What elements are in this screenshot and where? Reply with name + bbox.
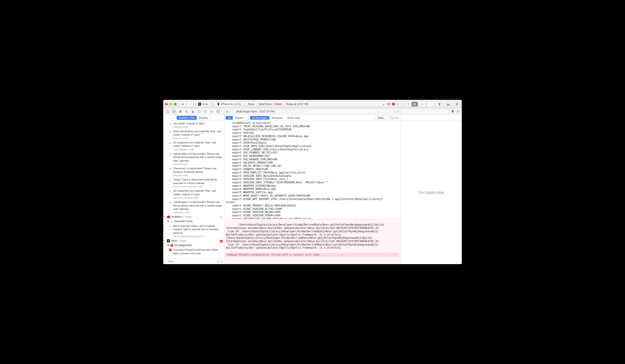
stop-button[interactable]: ■	[187, 102, 193, 107]
file-inspector-icon[interactable]	[451, 110, 454, 114]
minimize-button[interactable]	[169, 103, 172, 105]
disclosure-icon: ▼	[167, 244, 169, 247]
run-button[interactable]: ▶	[180, 102, 186, 107]
recent-tab[interactable]: Recent	[233, 116, 246, 120]
error-icon: !	[392, 103, 395, 105]
titlebar: ▶ ■ N Novo 〉 📱 iPhone 6s (12.0) Novo | B…	[163, 100, 462, 108]
project-navigator-icon[interactable]	[164, 109, 171, 114]
error-icon: !	[170, 244, 173, 247]
scheme-app-icon: N	[198, 103, 201, 106]
scheme-chevron-icon: 〉	[211, 102, 214, 106]
issue-item[interactable]: ▲ use 'public' instead of 'open'Request.…	[163, 121, 224, 129]
save-button[interactable]: Save…	[375, 116, 388, 120]
issue-item[interactable]: ▲ 'substring(to:)' is deprecated: Please…	[163, 200, 224, 214]
svg-rect-11	[193, 112, 193, 112]
not-applicable-label: Not Applicable	[418, 190, 444, 195]
toggle-right-panel-button[interactable]	[453, 102, 459, 107]
warning-icon: ▲	[169, 224, 172, 238]
warning-icon: ▲	[170, 220, 173, 223]
build-log[interactable]: XcodeDefault.xctoolchain" export TREAT_M…	[224, 121, 401, 219]
group-novo[interactable]: ▼ N Novo 1 issue !	[163, 238, 224, 243]
group-analytics[interactable]: ▼ 🧰 Analytics 1 issue ▲	[163, 214, 224, 219]
issue-item[interactable]: ▲ Using '!' here is deprecated and will …	[163, 177, 224, 188]
issue-item-error[interactable]: ! Command PhaseScriptExecution failed wi…	[163, 247, 224, 256]
test-navigator-icon[interactable]	[196, 109, 202, 114]
filter-input[interactable]	[168, 260, 215, 263]
warning-count[interactable]: 35	[387, 103, 390, 106]
issue-item[interactable]: ▲ 'substring(to:)' is deprecated: Please…	[163, 151, 224, 166]
status-build-result: Failed	[274, 103, 282, 106]
toggle-left-panel-button[interactable]	[437, 102, 444, 107]
filter-checkbox[interactable]	[390, 116, 393, 119]
status-timestamp: Today at 10:07 PM	[286, 103, 308, 106]
scope-filter-icon[interactable]: ⊘	[221, 260, 223, 263]
issue-item[interactable]: ▲ Block implicitly retains 'self'; expli…	[163, 223, 224, 238]
back-button[interactable]: ‹	[230, 110, 231, 113]
runtime-tab[interactable]: Runtime	[197, 116, 211, 120]
issue-item[interactable]: ▲ Static declarations are implicitly 'fi…	[163, 129, 224, 140]
warning-nav-icon: ▲	[393, 110, 396, 113]
scheme-device-name: iPhone 6s (12.0)	[221, 103, 241, 106]
prev-issue-button[interactable]: ‹	[397, 110, 398, 113]
build-log-error[interactable]: /Users/KunalGupta/Library/Developer/Xcod…	[224, 219, 401, 264]
filter-footer: ⊕ 🕘 ⊘	[163, 259, 224, 264]
main-area: ▲ use 'public' instead of 'open'Request.…	[163, 121, 462, 264]
debug-navigator-icon[interactable]	[202, 109, 209, 114]
filter-icon: ⊕	[164, 260, 167, 263]
xcode-window: ▶ ■ N Novo 〉 📱 iPhone 6s (12.0) Novo | B…	[163, 100, 462, 264]
all-messages-tab[interactable]: All Messages	[250, 116, 269, 120]
status-build-prefix: Build Novo:	[259, 103, 272, 106]
report-navigator-icon[interactable]	[215, 109, 221, 114]
issue-navigator-icon[interactable]	[190, 109, 196, 114]
scheme-selector[interactable]: N Novo 〉 📱 iPhone 6s (12.0)	[196, 102, 243, 107]
all-issues-tab[interactable]: All Issues	[270, 116, 285, 120]
app-icon: N	[167, 239, 170, 242]
disclosure-icon: ▼	[164, 216, 166, 218]
final-error-line: Command PhaseScriptExecution failed with…	[226, 253, 399, 257]
related-items-icon[interactable]: ⊞	[226, 110, 228, 113]
issue-list[interactable]: ▲ use 'public' instead of 'open'Request.…	[163, 121, 224, 259]
symbol-navigator-icon[interactable]	[177, 109, 184, 114]
svg-rect-5	[457, 103, 458, 105]
warning-icon: ▲	[382, 102, 385, 106]
toolbar-right: { } ◎ ↔	[404, 102, 460, 107]
breakpoint-navigator-icon[interactable]	[209, 109, 215, 114]
toggle-bottom-panel-button[interactable]	[445, 102, 451, 107]
disclosure-icon: ▼	[167, 220, 169, 223]
group-uncategorized[interactable]: ▼ ! Uncategorized	[163, 243, 224, 247]
assistant-editor-button[interactable]: ◎	[419, 102, 426, 107]
error-count[interactable]: 1	[397, 103, 399, 106]
recent-filter-icon[interactable]: 🕘	[217, 260, 220, 263]
errors-only-tab[interactable]: Errors Only	[285, 116, 302, 120]
device-icon: 📱	[217, 103, 220, 105]
issue-item[interactable]: ▲ 'characters' is deprecated: Please use…	[163, 166, 224, 177]
version-editor-button[interactable]: ↔	[427, 102, 434, 107]
svg-rect-3	[447, 104, 450, 105]
error-icon: !	[220, 239, 223, 243]
svg-rect-1	[439, 103, 440, 105]
code-review-button[interactable]: { }	[404, 102, 410, 107]
group-semantic-issue[interactable]: ▼ ▲ Semantic Issue	[163, 219, 224, 223]
forward-button[interactable]: ›	[232, 110, 233, 113]
buildtime-tab[interactable]: Buildtime (36)	[177, 116, 197, 120]
all-tab[interactable]: All	[226, 116, 233, 120]
svg-rect-10	[193, 111, 193, 112]
source-control-navigator-icon[interactable]	[171, 109, 177, 114]
filter-label: Filter	[394, 117, 399, 119]
disclosure-icon: ▼	[164, 240, 166, 242]
close-button[interactable]	[165, 103, 168, 105]
zoom-button[interactable]	[174, 103, 177, 105]
traffic-lights	[165, 103, 177, 105]
find-navigator-icon[interactable]	[184, 109, 190, 114]
breadcrumb-label[interactable]: Build target Novo : 10:07:24 PM	[236, 110, 275, 113]
issue-item[interactable]: ▲ 'let' properties are implicitly 'final…	[163, 188, 224, 200]
standard-editor-button[interactable]	[411, 102, 418, 107]
warning-icon: ▲	[169, 141, 172, 151]
error-icon: !	[169, 248, 172, 255]
next-issue-button[interactable]: ›	[398, 110, 399, 113]
issue-item[interactable]: ▲ 'let' properties are implicitly 'final…	[163, 140, 224, 151]
warning-icon: ▲	[219, 215, 223, 219]
navigator-bar: ⊞ ‹ › Build target Novo : 10:07:24 PM ▲ …	[163, 108, 462, 115]
status-project: Novo	[248, 103, 254, 106]
help-inspector-icon[interactable]: ?⃝	[456, 110, 460, 113]
